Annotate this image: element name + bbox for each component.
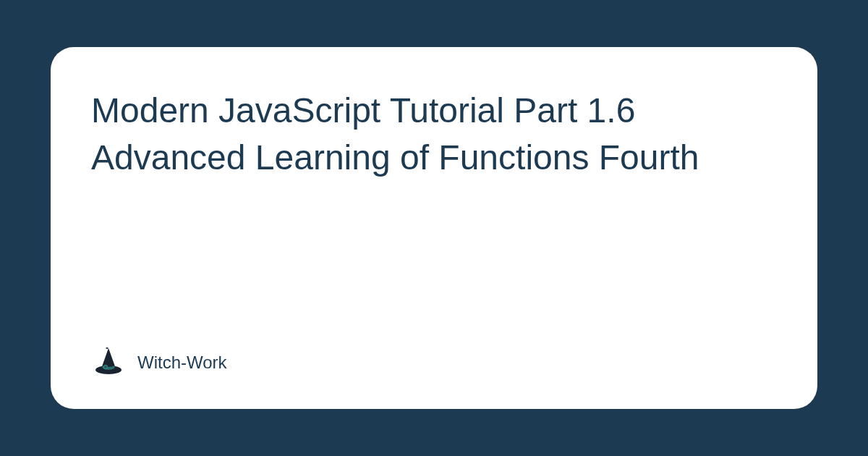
card-footer: Witch-Work xyxy=(91,345,777,380)
page-title: Modern JavaScript Tutorial Part 1.6 Adva… xyxy=(91,88,777,182)
content-card: Modern JavaScript Tutorial Part 1.6 Adva… xyxy=(51,47,817,409)
brand-name: Witch-Work xyxy=(137,352,227,373)
witch-hat-icon xyxy=(91,345,126,380)
svg-point-2 xyxy=(104,366,107,368)
